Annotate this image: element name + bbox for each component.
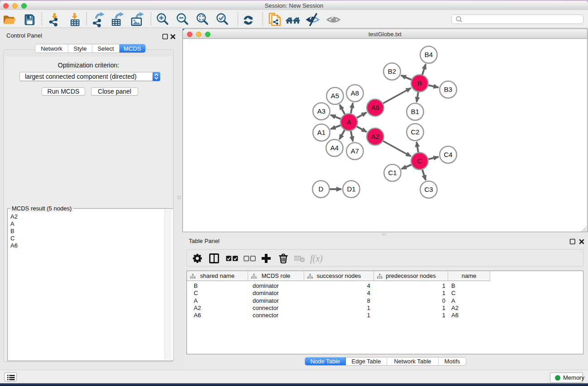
svg-text:A3: A3 [317,107,325,115]
svg-text:B2: B2 [388,67,396,75]
svg-text:A7: A7 [351,147,359,155]
svg-text:C4: C4 [444,151,452,158]
svg-text:B4: B4 [425,51,433,58]
svg-text:A8: A8 [351,89,359,97]
svg-text:B1: B1 [411,108,419,115]
svg-text:A2: A2 [371,133,379,140]
svg-text:C: C [417,157,422,165]
svg-text:B: B [417,79,422,87]
svg-text:C3: C3 [424,186,433,193]
svg-text:D: D [319,185,324,193]
svg-text:C1: C1 [388,169,397,176]
svg-text:A: A [347,118,351,126]
svg-text:B3: B3 [444,86,452,93]
svg-text:A5: A5 [331,92,339,100]
svg-text:A4: A4 [330,144,339,152]
svg-text:D1: D1 [347,185,355,193]
svg-text:f(x): f(x) [310,253,323,264]
svg-text:A6: A6 [371,104,379,111]
svg-text:C2: C2 [411,128,419,136]
svg-text:A1: A1 [317,129,325,136]
